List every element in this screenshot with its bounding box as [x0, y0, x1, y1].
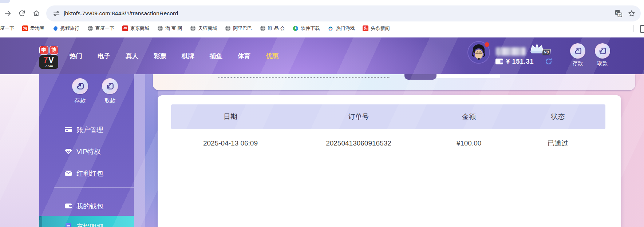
bookmark-label: 京东商城: [130, 25, 149, 32]
download-icon: [293, 25, 299, 31]
deposit-icon: [570, 43, 585, 59]
reload-icon[interactable]: [17, 9, 26, 18]
bookmark-item[interactable]: 淘爱淘宝: [22, 25, 44, 32]
globe-icon: [157, 25, 163, 31]
bookmark-item[interactable]: 头头条新闻: [363, 25, 390, 32]
logo-suffix: .com: [39, 64, 58, 68]
sidebar-item-wallet[interactable]: 我的钱包: [39, 200, 134, 211]
sidebar-item-label: 账户管理: [76, 125, 103, 134]
cell-status: 已通过: [510, 139, 605, 148]
jd-icon: JD: [122, 25, 128, 31]
withdraw-icon: [595, 43, 610, 59]
table-row: 2025-04-13 06:09 20250413060916532 ¥100.…: [171, 132, 605, 155]
penguin-icon: [328, 25, 333, 31]
filter-card-remnant: [153, 74, 635, 90]
tab-notch: [404, 74, 436, 80]
taobao-icon: 淘: [22, 25, 28, 31]
nav-item-slots[interactable]: 电子: [98, 52, 110, 60]
nav-item-live[interactable]: 真人: [126, 52, 138, 60]
tab-buttons-remnant[interactable]: [436, 74, 500, 78]
bookmark-item[interactable]: 携程旅行: [52, 25, 79, 32]
globe-icon: [190, 25, 196, 31]
bookmark-item[interactable]: 天猫商城: [190, 25, 217, 32]
browser-toolbar: jhktofs.7vv09.com:8443/#/transactionReco…: [0, 4, 644, 23]
logo-v: V: [48, 55, 54, 65]
cell-amount: ¥100.00: [427, 139, 510, 147]
transaction-record-card: 日期 订单号 金额 状态 2025-04-13 06:09 2025041306…: [158, 95, 621, 227]
bookmark-item[interactable]: 软件下载: [293, 25, 320, 32]
withdraw-button[interactable]: 取款: [592, 43, 613, 67]
browser-chrome: jhktofs.7vv09.com:8443/#/transactionReco…: [0, 0, 644, 37]
bookmark-label: 爱淘宝: [30, 25, 44, 32]
main-nav: 热门 电子 真人 彩票 棋牌 捕鱼 体育 优惠: [70, 37, 278, 74]
toutiao-icon: 头: [363, 25, 368, 31]
notification-dot: [485, 42, 489, 47]
logo-badge-shen: 申: [39, 46, 48, 55]
home-icon[interactable]: [32, 9, 40, 18]
sidebar-item-label: 红利红包: [76, 169, 103, 178]
deposit-icon: [72, 78, 88, 94]
web-page: 申 博 7V .com 热门 电子 真人 彩票 棋牌 捕鱼 体育 优惠: [0, 37, 644, 227]
username-blurred: [496, 47, 526, 56]
cell-order-no: 20250413060916532: [290, 139, 427, 147]
sidebar-withdraw-label: 取款: [98, 97, 122, 105]
balance-amount: ¥ 151.31: [506, 57, 534, 65]
dotted-separator: [218, 77, 390, 78]
svg-text:文: 文: [619, 13, 621, 16]
bookmark-label: 阿里巴巴: [233, 25, 252, 32]
sidebar-item-label: VIP特权: [76, 147, 101, 156]
bookmark-item[interactable]: 淘 宝 网: [157, 25, 182, 32]
nav-item-fishing[interactable]: 捕鱼: [210, 52, 222, 60]
bookmark-label: 头条新闻: [371, 25, 390, 32]
bookmarks-divider: [633, 25, 634, 32]
bookmark-label: 淘 宝 网: [165, 25, 182, 32]
red-envelope-icon: [64, 169, 72, 177]
nav-item-hot[interactable]: 热门: [70, 52, 82, 60]
bookmark-label: 携程旅行: [60, 25, 79, 32]
bank-card-icon: [64, 126, 72, 134]
deposit-label: 存款: [567, 60, 589, 67]
address-bar[interactable]: jhktofs.7vv09.com:8443/#/transactionReco…: [46, 5, 641, 21]
logo-7: 7: [43, 55, 48, 65]
bookmark-star-icon[interactable]: [628, 9, 636, 17]
nav-item-cards[interactable]: 棋牌: [182, 52, 194, 60]
nav-item-sports[interactable]: 体育: [238, 52, 250, 60]
sidebar-item-bonus[interactable]: 红利红包: [39, 168, 134, 179]
site-logo[interactable]: 申 博 7V .com: [39, 46, 58, 69]
bookmark-label: 天猫商城: [198, 25, 217, 32]
bookmark-label: 热门游戏: [336, 25, 355, 32]
url-text[interactable]: jhktofs.7vv09.com:8443/#/transactionReco…: [64, 10, 615, 17]
sidebar-item-account[interactable]: 账户管理: [39, 124, 134, 135]
nav-item-promos[interactable]: 优惠: [266, 52, 278, 60]
site-info-icon[interactable]: [52, 9, 60, 17]
bookmark-item[interactable]: JD京东商城: [122, 25, 149, 32]
sidebar-divider: [54, 187, 134, 188]
refresh-balance-icon[interactable]: [545, 57, 553, 65]
bookmark-item[interactable]: 热门游戏: [328, 25, 355, 32]
deposit-button[interactable]: 存款: [567, 43, 589, 67]
cell-date: 2025-04-13 06:09: [171, 139, 290, 147]
logo-badge-bo: 博: [50, 46, 59, 55]
sidebar-item-transactions[interactable]: 充提明细: [39, 216, 134, 227]
column-header-date: 日期: [171, 112, 290, 122]
forward-icon[interactable]: [3, 9, 12, 18]
bookmark-item[interactable]: 阿里巴巴: [225, 25, 252, 32]
sidebar-deposit-button[interactable]: 存款: [68, 78, 92, 105]
sidebar-item-vip[interactable]: VIP特权: [39, 146, 134, 157]
globe-icon: [87, 25, 93, 31]
translate-icon[interactable]: G文: [615, 9, 623, 17]
bookmark-item[interactable]: 度一下: [0, 25, 14, 32]
page-left-background: [0, 74, 39, 227]
partial-folder-icon[interactable]: [640, 25, 644, 33]
sidebar-deposit-label: 存款: [68, 97, 92, 105]
bookmark-item[interactable]: 百度一下: [87, 25, 114, 32]
globe-icon: [225, 25, 231, 31]
bookmark-label: 百度一下: [95, 25, 114, 32]
ctrip-dolphin-icon: [52, 25, 58, 31]
bookmark-item[interactable]: 唯 品 会: [260, 25, 285, 32]
nav-item-lottery[interactable]: 彩票: [154, 52, 166, 60]
sidebar-item-label: 我的钱包: [76, 202, 103, 211]
table-header-row: 日期 订单号 金额 状态: [171, 104, 605, 129]
sidebar-withdraw-button[interactable]: 取款: [98, 78, 122, 105]
site-header: 申 博 7V .com 热门 电子 真人 彩票 棋牌 捕鱼 体育 优惠: [0, 37, 644, 74]
